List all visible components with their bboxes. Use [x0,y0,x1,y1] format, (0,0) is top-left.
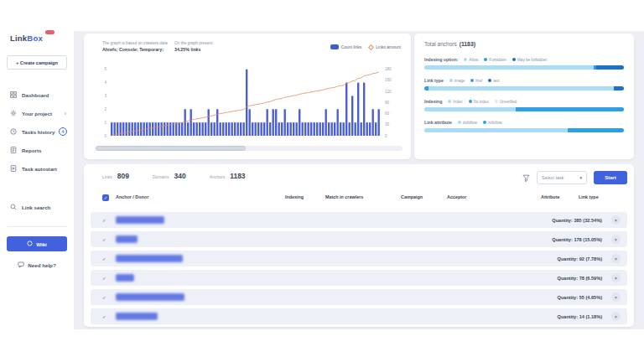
legend-item: Allow [464,58,478,62]
sidebar-item-label: Tasks history [22,129,55,135]
legend-item: Index [448,100,462,104]
sidebar-item-dashboard[interactable]: Dashboard [0,85,74,104]
blurred-anchor-text [116,235,138,243]
table-row[interactable]: ✓ Quantity: 92 (7.78%) ▾ [91,251,627,266]
chart-scrollbar-thumb[interactable] [96,146,246,151]
column-header-link-type[interactable]: Link type [579,194,599,199]
stat-value: 809 [117,172,129,180]
svg-text:3: 3 [104,94,106,98]
anchor-stat-groups: Indexing option:AllowForbiddenMay be for… [424,57,624,141]
table-row[interactable]: ✓ Quantity: 178 (15.05%) ▾ [91,231,627,247]
row-checkbox[interactable]: ✓ [102,256,106,261]
legend-item: dofollow [458,121,477,125]
legend-links-amount[interactable]: Links amount [369,44,401,49]
group-label: Link attribute [424,120,452,125]
tasks-history-badge: 4 [59,127,67,136]
legend-item: href [470,79,482,83]
sidebar-item-task-autostart[interactable]: Task autostart [0,159,74,178]
table-row[interactable]: ✓ Quantity: 385 (32.54%) ▾ [91,212,627,228]
expand-row-button[interactable]: ▾ [611,215,621,225]
legend-dot-icon [470,79,474,82]
legend-dot-icon [458,121,461,124]
select-all-checkbox[interactable]: ✓ [102,194,109,201]
expand-row-button[interactable]: ▾ [611,292,621,302]
stat-links: Links809 [102,172,129,180]
need-help-label: Need help? [28,262,55,268]
svg-text:2: 2 [104,107,106,111]
main-content: The graph is based on crawlers data Ahre… [74,31,644,329]
sidebar-item-tasks-history[interactable]: Tasks history4 [0,122,74,141]
group-label: Indexing option: [424,57,458,62]
chart-note-present-value: 34.25% links [174,47,214,52]
legend-count-links-label: Count links [341,44,362,49]
select-task-dropdown[interactable]: Select task ▾ [537,171,587,184]
links-table-card: Links809Domains340Anchors1183 Select tas… [84,164,634,327]
column-header-acceptor[interactable]: Acceptor [447,194,466,199]
column-header-indexing[interactable]: Indexing [285,194,304,199]
sidebar-item-your-project[interactable]: Your project› [0,104,74,122]
total-anchors-title: Total anchors(1183) [424,41,475,47]
start-button[interactable]: Start [594,171,627,184]
table-controls: Select task ▾ Start [522,171,627,184]
need-help-link[interactable]: Need help? [0,261,74,269]
legend-item: nofollow [483,121,502,125]
sidebar-item-reports[interactable]: Reports [0,141,74,159]
table-rows: ✓ Quantity: 385 (32.54%) ▾✓ Quantity: 17… [91,212,627,328]
legend-count-links[interactable]: Count links [330,44,362,49]
legend-dot-icon [469,100,472,103]
svg-text:4: 4 [104,80,106,85]
links-chart[interactable]: 0123450306090120150180 [91,57,404,144]
row-checkbox[interactable]: ✓ [102,314,106,319]
start-button-label: Start [605,175,616,180]
legend-line-swatch-icon [368,44,374,49]
progress-segment [568,128,624,132]
svg-text:0: 0 [385,134,387,138]
svg-text:150: 150 [385,78,392,82]
stat-label: Links [102,174,112,179]
create-campaign-button[interactable]: + Create campaign [7,55,67,70]
caret-down-icon: ▾ [579,175,582,180]
table-row[interactable]: ✓ Quantity: 55 (4.65%) ▾ [91,289,627,305]
column-header-attribute[interactable]: Attribute [541,194,559,199]
table-row[interactable]: ✓ Quantity: 14 (1.18%) ▾ [91,308,627,324]
logo-text-box: Box [27,34,43,43]
filter-icon[interactable] [522,174,530,182]
sidebar-item-link-search[interactable]: Link search [0,198,74,216]
row-checkbox[interactable]: ✓ [102,218,106,223]
row-checkbox[interactable]: ✓ [102,276,106,281]
column-header-match-in-crawlers[interactable]: Match in crawlers [325,194,363,199]
chart-scrollbar[interactable] [96,146,402,151]
anchor-stat-group-indexing: IndexingIndexNo indexUnverified [424,99,624,111]
legend-item: May be forbidden [512,58,548,62]
blurred-anchor-text [116,293,184,301]
row-checkbox[interactable]: ✓ [102,295,106,300]
column-header-campaign[interactable]: Campaign [401,194,423,199]
row-quantity: Quantity: 55 (4.65%) [558,295,602,300]
expand-row-button[interactable]: ▾ [611,235,621,244]
anchor-stat-group-link-type: Link typeimagehreftext [424,78,624,90]
anchor-stat-group-link-attribute: Link attributedofollownofollow [424,120,624,132]
sidebar-nav: Dashboard Your project› Tasks history4 R… [0,85,74,216]
distribution-bar [424,65,624,70]
column-header-anchor-donor[interactable]: Anchor / Donor [116,194,148,199]
sidebar-item-label: Your project [22,111,52,116]
progress-segment [424,107,516,111]
distribution-bar [424,107,624,111]
group-label: Indexing [424,99,442,104]
sidebar-divider [7,226,67,227]
blurred-anchor-text [116,274,134,282]
logo-badge [45,30,55,34]
expand-row-button[interactable]: ▾ [611,254,621,263]
table-row[interactable]: ✓ Quantity: 78 (6.59%) ▾ [91,270,627,286]
wiki-button[interactable]: Wiki [7,236,67,251]
legend-item: Forbidden [484,58,506,62]
stat-value: 1183 [230,172,245,180]
expand-row-button[interactable]: ▾ [611,312,621,321]
row-quantity: Quantity: 78 (6.59%) [558,276,602,281]
expand-row-button[interactable]: ▾ [611,273,621,282]
row-checkbox[interactable]: ✓ [102,237,106,242]
total-anchors-count: (1183) [460,41,475,47]
svg-text:120: 120 [385,90,392,94]
report-icon [10,147,17,153]
sidebar-item-label: Task autostart [22,166,57,172]
